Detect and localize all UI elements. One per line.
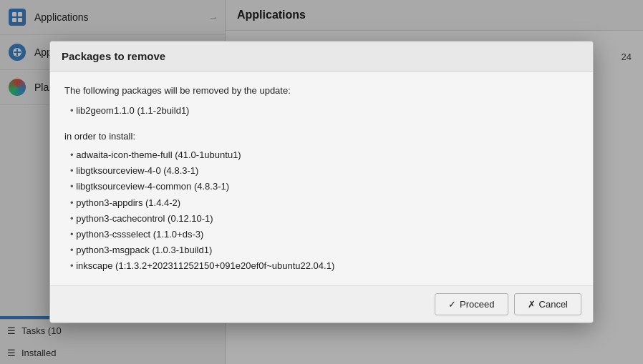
modal-footer: ✓ Proceed ✗ Cancel [50, 285, 593, 323]
package-to-install-item: libgtksourceview-4-common (4.8.3-1) [70, 179, 579, 195]
package-to-install-item: libgtksourceview-4-0 (4.8.3-1) [70, 163, 579, 179]
modal-title: Packages to remove [50, 41, 593, 72]
modal-overlay: Packages to remove The following package… [0, 0, 643, 364]
package-to-remove-item: lib2geom1.1.0 (1.1-2build1) [70, 103, 579, 119]
package-to-install-item: python3-cachecontrol (0.12.10-1) [70, 211, 579, 227]
package-to-install-item: python3-cssselect (1.1.0+ds-3) [70, 227, 579, 242]
cancel-button[interactable]: ✗ Cancel [514, 293, 581, 315]
proceed-button[interactable]: ✓ Proceed [435, 293, 508, 315]
packages-to-remove-list: lib2geom1.1.0 (1.1-2build1) [64, 103, 579, 119]
modal-in-order-label: in order to install: [64, 129, 579, 144]
proceed-label: Proceed [460, 299, 494, 310]
proceed-icon: ✓ [448, 299, 456, 310]
package-to-install-item: adwaita-icon-theme-full (41.0-1ubuntu1) [70, 147, 579, 163]
app-window: Applications → Application Addons → Pl [0, 0, 643, 364]
packages-to-remove-modal: Packages to remove The following package… [49, 41, 594, 323]
package-to-install-item: python3-msgpack (1.0.3-1build1) [70, 242, 579, 258]
modal-intro-text: The following packages will be removed b… [64, 83, 579, 99]
package-to-install-item: python3-appdirs (1.4.4-2) [70, 195, 579, 211]
modal-body: The following packages will be removed b… [50, 72, 593, 285]
packages-to-install-list: adwaita-icon-theme-full (41.0-1ubuntu1)l… [64, 147, 579, 274]
cancel-icon: ✗ [528, 299, 536, 310]
cancel-label: Cancel [539, 299, 568, 310]
package-to-install-item: inkscape (1:1.3.2+202311252150+091e20ef0… [70, 258, 579, 274]
